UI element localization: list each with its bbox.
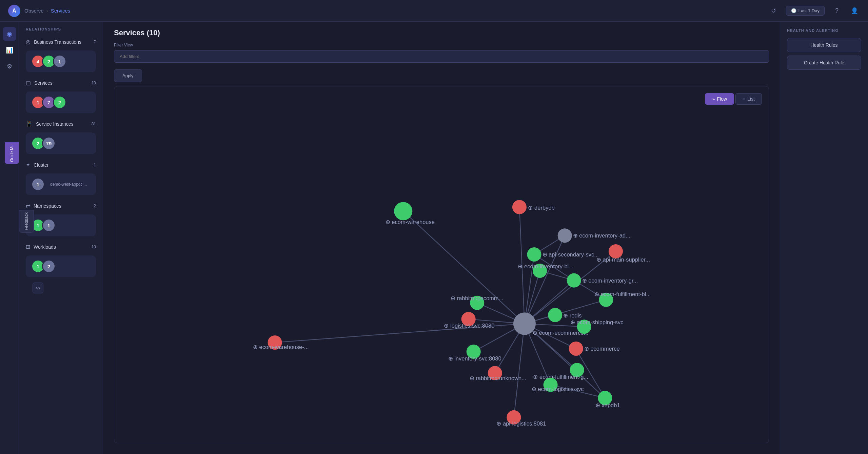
bt-count: 7 — [94, 40, 96, 44]
feedback-tab[interactable]: Feedback — [19, 210, 34, 233]
ns-label: Namespaces — [34, 203, 61, 209]
svg-text:⊕ ecom-inventory-bl...: ⊕ ecom-inventory-bl... — [518, 263, 573, 270]
refresh-icon[interactable]: ↺ — [768, 5, 779, 16]
flow-tab[interactable]: ⌁ Flow — [705, 93, 734, 105]
sidebar-item-services[interactable]: ▢ Services 10 — [19, 76, 103, 89]
workloads-count: 10 — [92, 245, 96, 249]
services-health-pills: 1 7 2 — [26, 91, 96, 113]
sidebar-collapse-button[interactable]: << — [33, 283, 43, 293]
bt-label: Business Transactions — [34, 39, 81, 45]
sidebar-section-workloads: ⊞ Workloads 10 1 2 — [19, 240, 103, 277]
svg-text:⊕ api-logistics:8081: ⊕ api-logistics:8081 — [496, 420, 546, 427]
node-ecom-warehouse-top[interactable] — [394, 202, 412, 220]
ns-count: 2 — [94, 204, 96, 208]
cluster-count: 1 — [94, 163, 96, 167]
cluster-icon: ✦ — [26, 162, 30, 168]
svg-text:⊕ ecom-inventory-ad...: ⊕ ecom-inventory-ad... — [573, 232, 630, 239]
services-count: 10 — [92, 81, 96, 85]
content-header: Services (10) Filter View Apply — [103, 22, 780, 82]
svg-text:⊕ ecom-shipping-svc: ⊕ ecom-shipping-svc — [570, 319, 623, 326]
cluster-gray-dot: 1 — [31, 178, 45, 191]
svg-text:⊕ inventory-svc:8080: ⊕ inventory-svc:8080 — [448, 355, 501, 362]
node-ecommerce[interactable] — [569, 342, 583, 356]
workloads-health-pills: 1 2 — [26, 255, 96, 277]
cluster-label: Cluster — [34, 162, 48, 168]
filter-section: Filter View — [114, 43, 769, 63]
sidebar-section-cluster: ✦ Cluster 1 1 demo-west-appdcl... — [19, 158, 103, 195]
list-icon: ≡ — [743, 96, 745, 102]
svg-text:⊕ api-main-supplier...: ⊕ api-main-supplier... — [596, 256, 650, 263]
si-health-pills: 2 79 — [26, 132, 96, 154]
cluster-name-label: demo-west-appdcl... — [50, 182, 87, 187]
node-ecom-inventory-gr[interactable] — [567, 273, 581, 288]
si-label: Service Instances — [36, 121, 74, 127]
sidebar-item-cluster[interactable]: ✦ Cluster 1 — [19, 158, 103, 171]
time-range-selector[interactable]: 🕐 Last 1 Day — [786, 6, 825, 16]
svg-text:⊕ api-secondary-svc...: ⊕ api-secondary-svc... — [542, 251, 599, 258]
sidebar-section-header: RELATIONSHIPS — [19, 27, 103, 35]
sidebar-section-service-instances: 📱 Service Instances 81 2 79 — [19, 117, 103, 154]
icon-rail: ◉ 📊 ⚙ — [0, 22, 19, 454]
svg-text:⊕ derbydb: ⊕ derbydb — [528, 205, 554, 211]
svg-text:⊕ ecom-logistics-svc: ⊕ ecom-logistics-svc — [532, 386, 584, 392]
app-logo: A — [8, 5, 20, 17]
svg-line-0 — [403, 211, 525, 324]
create-health-rule-button[interactable]: Create Health Rule — [787, 56, 861, 70]
svg-text:⊕ ecom-fulfillment-bl...: ⊕ ecom-fulfillment-bl... — [594, 291, 651, 297]
graph-toolbar: ⌁ Flow ≡ List — [705, 93, 762, 105]
services-icon: ▢ — [26, 80, 31, 86]
svg-text:⊕ ecom-inventory-gr...: ⊕ ecom-inventory-gr... — [582, 277, 638, 284]
node-redis[interactable] — [548, 308, 562, 322]
breadcrumb-current[interactable]: Services — [51, 8, 71, 14]
svg-text:⊕ ecom-warehouse: ⊕ ecom-warehouse — [386, 219, 435, 225]
topbar: A Observe › Services ↺ 🕐 Last 1 Day ? 👤 — [0, 0, 868, 22]
flow-label: Flow — [717, 96, 727, 102]
svg-text:⊕ redis: ⊕ redis — [563, 312, 581, 319]
node-derbydb[interactable] — [512, 200, 527, 214]
apply-button[interactable]: Apply — [114, 69, 142, 82]
sidebar-item-service-instances[interactable]: 📱 Service Instances 81 — [19, 117, 103, 130]
sidebar-section-bt: ◎ Business Transactions 7 4 2 1 — [19, 35, 103, 72]
graph-container: ⌁ Flow ≡ List — [114, 86, 769, 443]
svg-text:⊕ ecom-warehouse-...: ⊕ ecom-warehouse-... — [253, 344, 309, 350]
ns-health-pills: 1 1 — [26, 214, 96, 236]
sidebar-item-workloads[interactable]: ⊞ Workloads 10 — [19, 240, 103, 253]
si-count: 81 — [92, 122, 96, 126]
bt-icon: ◎ — [26, 39, 31, 45]
breadcrumb-parent[interactable]: Observe — [24, 8, 44, 14]
list-tab[interactable]: ≡ List — [735, 93, 762, 105]
si-gray-dot: 79 — [42, 137, 56, 150]
rail-gear-icon[interactable]: ⚙ — [3, 60, 16, 73]
help-icon[interactable]: ? — [831, 5, 842, 16]
svg-text:⊕ rabbitmq:unknown...: ⊕ rabbitmq:unknown... — [470, 375, 526, 381]
sidebar-section-services: ▢ Services 10 1 7 2 — [19, 76, 103, 113]
node-api-secondary-svc[interactable] — [527, 247, 541, 262]
health-rules-button[interactable]: Health Rules — [787, 38, 861, 52]
node-ecom-inventory-ad[interactable] — [558, 228, 572, 243]
sidebar-item-business-transactions[interactable]: ◎ Business Transactions 7 — [19, 35, 103, 48]
svg-text:⊕ logistics-svc:8080: ⊕ logistics-svc:8080 — [444, 323, 495, 329]
svg-text:⊕ ecom-fulfillment-g...: ⊕ ecom-fulfillment-g... — [533, 374, 589, 380]
list-label: List — [747, 96, 755, 102]
rail-chart-icon[interactable]: 📊 — [3, 43, 16, 57]
content-area: Services (10) Filter View Apply ⌁ Flow ≡… — [103, 22, 780, 454]
user-icon[interactable]: 👤 — [849, 5, 860, 16]
rail-observe-icon[interactable]: ◉ — [3, 27, 16, 41]
right-panel: HEALTH AND ALERTING Health Rules Create … — [780, 22, 868, 454]
topology-graph: ⊕ ecom-warehouse ⊕ derbydb ⊕ ecom-invent… — [114, 86, 769, 443]
guide-me-tab[interactable]: Guide Me — [5, 142, 19, 164]
topbar-left: A Observe › Services — [8, 5, 70, 17]
ns-icon: ⇄ — [26, 203, 30, 209]
sidebar: RELATIONSHIPS ◎ Business Transactions 7 … — [19, 22, 103, 454]
workloads-label: Workloads — [34, 244, 56, 250]
filter-input[interactable] — [114, 50, 769, 63]
topbar-right: ↺ 🕐 Last 1 Day ? 👤 — [768, 5, 860, 16]
main-layout: ◉ 📊 ⚙ RELATIONSHIPS ◎ Business Transacti… — [0, 22, 868, 454]
cluster-dot-container: 1 demo-west-appdcl... — [26, 173, 96, 195]
ns-gray-dot: 1 — [42, 219, 56, 232]
filter-view-label: Filter View — [114, 43, 769, 47]
bt-gray-dot: 1 — [53, 55, 66, 68]
svg-text:⊕ xepdb1: ⊕ xepdb1 — [595, 402, 620, 409]
svc-green-dot: 2 — [53, 96, 66, 109]
time-range-label: Last 1 Day — [798, 8, 820, 13]
